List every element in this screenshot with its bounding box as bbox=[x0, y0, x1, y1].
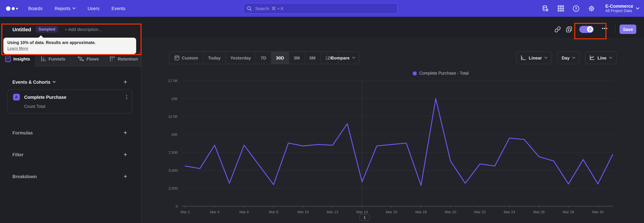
scale-label: Linear bbox=[529, 55, 542, 60]
svg-text:Mar 26: Mar 26 bbox=[533, 210, 544, 214]
range-yesterday[interactable]: Yesterday bbox=[225, 52, 256, 64]
search-icon bbox=[247, 6, 252, 11]
range-3m[interactable]: 3M bbox=[289, 52, 304, 64]
add-to-board-icon[interactable] bbox=[563, 24, 575, 34]
sampling-tooltip: Using 10% of data. Results are approxima… bbox=[3, 38, 136, 54]
global-search[interactable] bbox=[243, 3, 398, 14]
svg-text:7,500: 7,500 bbox=[168, 150, 178, 155]
range-7d[interactable]: 7D bbox=[256, 52, 271, 64]
svg-text:Mar 28: Mar 28 bbox=[563, 210, 574, 214]
add-event-button[interactable]: + bbox=[124, 79, 127, 85]
chevron-down-icon bbox=[53, 81, 56, 83]
nav-item-events[interactable]: Events bbox=[112, 6, 126, 11]
nav-item-reports[interactable]: Reports bbox=[55, 6, 76, 11]
retention-icon bbox=[110, 56, 115, 62]
chevron-down-icon bbox=[544, 57, 548, 59]
chart-panel: Custom Today Yesterday 7D 30D 3M 6M 12M … bbox=[142, 39, 644, 223]
tab-label: Funnels bbox=[49, 56, 66, 61]
formulas-section: Formulas + bbox=[12, 130, 127, 136]
project-selector[interactable]: E-Commerce All Project Data bbox=[605, 4, 639, 13]
granularity-label: Day bbox=[562, 55, 570, 60]
chevron-down-icon bbox=[636, 7, 639, 10]
section-title: Filter bbox=[12, 152, 24, 157]
svg-text:Mar 10: Mar 10 bbox=[297, 210, 309, 214]
breakdown-section: Breakdown + bbox=[12, 174, 127, 179]
mixpanel-logo-icon[interactable] bbox=[6, 6, 20, 11]
svg-text:2,500: 2,500 bbox=[168, 186, 178, 190]
events-cohorts-header[interactable]: Events & Cohorts bbox=[12, 79, 56, 84]
legend-swatch bbox=[413, 71, 416, 75]
range-30d[interactable]: 30D bbox=[271, 52, 289, 64]
event-name[interactable]: Complete Purchase bbox=[24, 95, 66, 100]
range-today[interactable]: Today bbox=[203, 52, 226, 64]
apps-grid-icon[interactable] bbox=[557, 5, 564, 12]
top-navbar: Boards Reports Users Events bbox=[0, 0, 644, 17]
tab-label: Retention bbox=[118, 56, 138, 61]
tab-label: Insights bbox=[14, 56, 30, 61]
app-window: Boards Reports Users Events bbox=[0, 0, 644, 223]
svg-text:Mar 20: Mar 20 bbox=[445, 210, 456, 214]
toggle-knob bbox=[587, 26, 593, 32]
learn-more-link[interactable]: Learn More bbox=[8, 46, 28, 50]
svg-text:Mar 30: Mar 30 bbox=[592, 210, 604, 214]
svg-text:Mar 4: Mar 4 bbox=[210, 210, 219, 214]
range-custom[interactable]: Custom bbox=[170, 52, 203, 64]
compare-button[interactable]: Compare bbox=[326, 51, 360, 64]
tab-label: Flows bbox=[86, 56, 99, 61]
range-6m[interactable]: 6M bbox=[304, 52, 320, 64]
section-title: Breakdown bbox=[12, 174, 37, 179]
filter-section: Filter + bbox=[12, 152, 127, 157]
help-icon[interactable]: ? bbox=[572, 5, 580, 12]
report-title[interactable]: Untitled bbox=[12, 26, 31, 32]
event-options-kebab-icon[interactable] bbox=[126, 94, 127, 100]
add-description-field[interactable]: + Add description... bbox=[65, 27, 102, 32]
flows-icon bbox=[78, 56, 84, 62]
line-chart[interactable]: 17.5K15K12.5K10K7,5005,0002,5000Mar 2Mar… bbox=[164, 77, 634, 218]
svg-text:Mar 12: Mar 12 bbox=[327, 210, 338, 214]
calendar-icon bbox=[174, 55, 180, 60]
data-management-icon[interactable] bbox=[542, 5, 549, 12]
add-breakdown-button[interactable]: + bbox=[124, 174, 127, 179]
scale-dropdown[interactable]: Linear bbox=[516, 51, 552, 64]
legend-label: Complete Purchase - Total bbox=[419, 71, 468, 76]
svg-text:Mar 16: Mar 16 bbox=[386, 210, 397, 214]
event-series-badge[interactable]: A bbox=[13, 94, 20, 100]
nav-item-label: Reports bbox=[55, 6, 70, 11]
pagination-page-button[interactable]: 1 bbox=[360, 214, 370, 221]
range-label: 6M bbox=[310, 55, 316, 60]
nav-item-label: Events bbox=[112, 6, 126, 11]
add-formula-button[interactable]: + bbox=[124, 130, 127, 136]
range-label: 3M bbox=[294, 55, 300, 60]
svg-text:Mar 24: Mar 24 bbox=[504, 210, 515, 214]
sampling-toggle[interactable] bbox=[580, 26, 594, 33]
search-input[interactable] bbox=[254, 6, 394, 11]
nav-item-boards[interactable]: Boards bbox=[28, 6, 42, 11]
range-label: Yesterday bbox=[230, 55, 251, 60]
granularity-dropdown[interactable]: Day bbox=[557, 51, 580, 64]
chart-legend[interactable]: Complete Purchase - Total bbox=[283, 71, 598, 76]
range-label: Today bbox=[208, 55, 221, 60]
compare-label: Compare bbox=[331, 55, 350, 60]
sampled-badge[interactable]: Sampled bbox=[36, 26, 58, 33]
svg-text:10K: 10K bbox=[171, 133, 178, 137]
chevron-down-icon bbox=[572, 57, 576, 59]
project-scope: All Project Data bbox=[605, 9, 633, 13]
chevron-down-icon bbox=[352, 57, 355, 59]
svg-text:5,000: 5,000 bbox=[168, 168, 178, 173]
event-card[interactable]: A Complete Purchase Count Total bbox=[8, 89, 132, 114]
copy-link-icon[interactable] bbox=[552, 24, 563, 34]
add-filter-button[interactable]: + bbox=[124, 152, 127, 157]
more-actions-button[interactable]: ••• bbox=[602, 26, 608, 31]
date-range-control: Custom Today Yesterday 7D 30D 3M 6M 12M bbox=[169, 51, 339, 64]
event-metric[interactable]: Count Total bbox=[24, 104, 127, 109]
range-label: Custom bbox=[182, 55, 198, 60]
svg-text:?: ? bbox=[575, 6, 577, 11]
range-label: 30D bbox=[276, 55, 284, 60]
nav-item-label: Boards bbox=[28, 6, 42, 11]
funnels-icon bbox=[40, 56, 46, 62]
save-button[interactable]: Save bbox=[620, 25, 636, 34]
nav-item-users[interactable]: Users bbox=[88, 6, 100, 11]
tooltip-text: Using 10% of data. Results are approxima… bbox=[8, 40, 132, 45]
chart-type-dropdown[interactable]: Line bbox=[585, 51, 616, 64]
settings-gear-icon[interactable] bbox=[588, 5, 595, 12]
